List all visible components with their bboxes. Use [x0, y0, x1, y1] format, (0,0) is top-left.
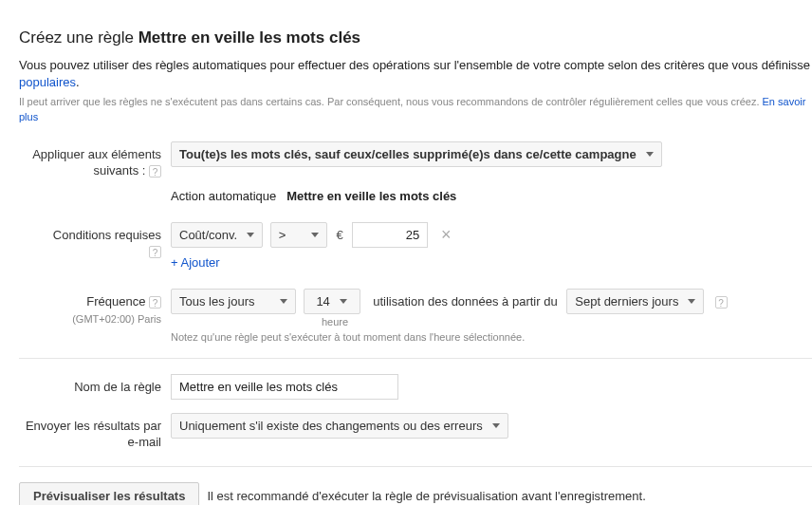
caret-down-icon — [247, 233, 254, 237]
rule-name-input[interactable] — [171, 374, 398, 400]
help-icon[interactable]: ? — [149, 296, 161, 309]
intro-text: Vous pouvez utiliser des règles automati… — [19, 57, 812, 91]
title-bold: Mettre en veille les mots clés — [138, 28, 360, 47]
hour-label: heure — [306, 316, 363, 327]
preview-results-button[interactable]: Prévisualiser les résultats — [19, 482, 199, 505]
apply-to-select[interactable]: Tou(te)s les mots clés, sauf ceux/celles… — [171, 141, 662, 167]
auto-action-label: Action automatique — [171, 189, 276, 203]
apply-to-label: Appliquer aux éléments suivants : ? — [19, 141, 171, 179]
popular-rules-link[interactable]: populaires — [19, 75, 76, 89]
remove-condition-icon[interactable]: × — [441, 222, 452, 248]
help-icon[interactable]: ? — [715, 296, 728, 309]
intro-sub: Il peut arriver que les règles ne s'exéc… — [19, 95, 812, 124]
email-results-label: Envoyer les résultats par e-mail — [19, 413, 171, 451]
caret-down-icon — [311, 233, 319, 237]
condition-metric-select[interactable]: Coût/conv. — [171, 222, 263, 248]
svg-marker-2 — [311, 233, 319, 237]
currency-symbol: € — [334, 222, 348, 248]
title-prefix: Créez une règle — [19, 28, 134, 47]
svg-marker-3 — [280, 299, 287, 304]
frequency-note: Notez qu'une règle peut s'exécuter à tou… — [171, 331, 812, 343]
svg-marker-1 — [247, 233, 254, 237]
frequency-range-select[interactable]: Sept derniers jours — [566, 289, 704, 314]
frequency-label: Fréquence ? (GMT+02:00) Paris — [19, 289, 171, 326]
rule-name-label: Nom de la règle — [19, 374, 171, 396]
apply-to-selected: Tou(te)s les mots clés, sauf ceux/celles… — [179, 147, 637, 161]
auto-action-line: Action automatique Mettre en veille les … — [171, 189, 812, 203]
conditions-label: Conditions requises ? — [19, 222, 171, 260]
preview-hint: Il est recommandé d'exécuter la règle de… — [207, 489, 645, 503]
svg-marker-6 — [492, 423, 500, 428]
divider — [19, 358, 812, 359]
condition-value-input[interactable] — [352, 222, 428, 248]
svg-marker-5 — [688, 299, 695, 304]
email-results-select[interactable]: Uniquement s'il existe des changements o… — [171, 413, 508, 439]
frequency-hour-select[interactable]: 14 — [304, 289, 360, 314]
page-title: Créez une règle Mettre en veille les mot… — [19, 28, 812, 47]
intro-body: Vous pouvez utiliser des règles automati… — [19, 58, 810, 72]
svg-marker-4 — [340, 299, 347, 304]
caret-down-icon — [492, 423, 500, 428]
divider — [19, 466, 812, 467]
caret-down-icon — [280, 299, 287, 304]
svg-marker-0 — [646, 152, 654, 157]
help-icon[interactable]: ? — [149, 246, 161, 258]
timezone-text: (GMT+02:00) Paris — [19, 312, 161, 326]
caret-down-icon — [688, 299, 695, 304]
using-data-label: utilisation des données à partir du — [373, 289, 557, 314]
caret-down-icon — [340, 299, 347, 304]
help-icon[interactable]: ? — [149, 165, 161, 178]
add-condition-link[interactable]: + Ajouter — [171, 255, 220, 270]
condition-operator-select[interactable]: > — [270, 222, 327, 248]
caret-down-icon — [646, 152, 654, 157]
sub-body: Il peut arriver que les règles ne s'exéc… — [19, 96, 759, 107]
auto-action-value: Mettre en veille les mots clés — [286, 189, 456, 203]
frequency-every-select[interactable]: Tous les jours — [171, 289, 296, 314]
